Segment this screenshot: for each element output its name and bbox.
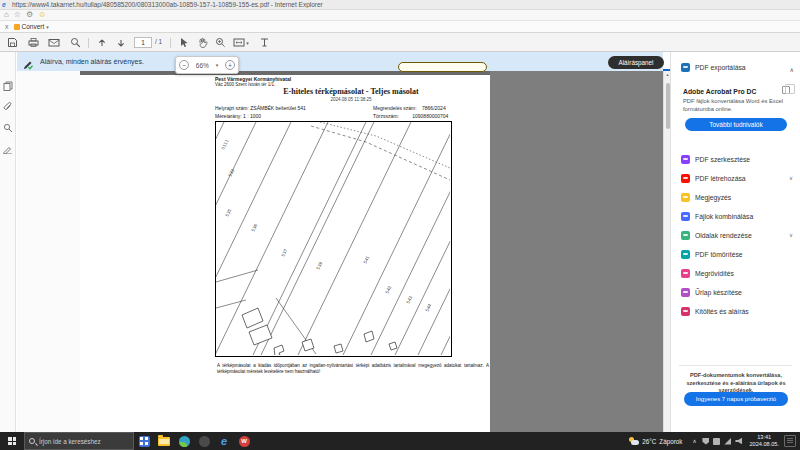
parcel-label: 541: [362, 255, 370, 265]
taskbar-weather[interactable]: 26°C Záporok: [629, 437, 682, 445]
network-icon[interactable]: [724, 438, 731, 445]
field-order-value: 7866/2024: [422, 105, 446, 111]
parcel-label: 536: [250, 223, 258, 233]
taskbar-app-red[interactable]: W: [234, 432, 254, 450]
acrobat-toolbar: 1 / 1 ▾ Megosztás ? Bejelentkezés: [0, 33, 800, 52]
weather-desc: Záporok: [659, 438, 682, 445]
field-parcel-value: ZSÁMBÉK belterület 541: [250, 105, 306, 111]
tool-organize-pages[interactable]: Oldalak rendezése ∨: [681, 228, 795, 242]
security-shield-icon[interactable]: [702, 438, 709, 445]
chevron-down-icon[interactable]: ∨: [789, 232, 793, 238]
zoom-level-value[interactable]: 66%: [196, 62, 209, 69]
windows-logo-icon: [8, 437, 16, 445]
tool-fill-sign[interactable]: Kitöltés és aláírás: [681, 304, 795, 318]
save-icon[interactable]: [4, 36, 20, 49]
signatures-pen-icon[interactable]: [2, 143, 14, 155]
browser-toolbar: ⌂ ☆ ⚙ ☺: [0, 10, 800, 21]
tools-panel: PDF exportálása ∧ Adobe Acrobat Pro DC P…: [670, 52, 800, 432]
email-icon[interactable]: [46, 36, 62, 49]
scrollbar-thumb[interactable]: [666, 83, 670, 129]
tool-combine-files[interactable]: Fájlok kombinálása: [681, 209, 795, 223]
tool-comment[interactable]: Megjegyzés: [681, 190, 795, 204]
edit-pdf-icon: [681, 155, 690, 164]
fit-width-tool-icon[interactable]: ▾: [230, 36, 252, 49]
page-thumbnails-icon[interactable]: [2, 80, 14, 92]
chevron-up-icon[interactable]: ∧: [790, 66, 794, 73]
attachments-paperclip-icon[interactable]: [2, 101, 14, 113]
start-button[interactable]: [0, 432, 24, 450]
chevron-down-icon: ▾: [246, 40, 249, 46]
validation-stamp: [398, 62, 487, 72]
tool-edit-pdf[interactable]: PDF szerkesztése: [681, 152, 795, 166]
favorites-star-icon[interactable]: ☆: [14, 10, 21, 20]
smiley-icon[interactable]: ☺: [38, 10, 46, 20]
tray-expand-chevron-icon[interactable]: ∧: [692, 438, 696, 444]
promo-heading: Adobe Acrobat Pro DC: [683, 88, 756, 95]
tool-prepare-form[interactable]: Űrlap készítése: [681, 285, 795, 299]
clock-date: 2024.08.05.: [749, 441, 779, 448]
taskbar-search[interactable]: Írjon ide a kereséshez: [24, 432, 134, 450]
parcel-label: 542: [384, 285, 392, 295]
volume-icon[interactable]: [735, 438, 742, 445]
addon-close-button[interactable]: x: [5, 23, 9, 30]
onedrive-icon[interactable]: [713, 438, 720, 445]
document-title: E-hiteles térképmásolat - Teljes másolat: [213, 87, 489, 96]
parcel-label: 539: [315, 261, 323, 271]
document-footer-note: A térképmásolat a kiadás időpontjában az…: [217, 363, 489, 375]
notification-center-icon[interactable]: [784, 435, 796, 447]
weather-temp: 26°C: [642, 438, 656, 445]
taskbar-clock[interactable]: 13:41 2024.08.05.: [749, 434, 779, 448]
field-scale-label: Méretarány:: [215, 113, 242, 119]
cadastral-map-svg: 0111 533 535 536 537 539 541 542 543 544: [216, 122, 450, 355]
tool-compress-pdf[interactable]: PDF tömörítése: [681, 247, 795, 261]
taskbar-app-dark[interactable]: [194, 432, 214, 450]
zoom-in-button[interactable]: +: [225, 60, 235, 70]
calculator-icon: [139, 436, 150, 447]
reading-mode-icon[interactable]: [256, 36, 272, 49]
clock-time: 13:41: [749, 434, 779, 441]
file-explorer-icon: [158, 437, 170, 446]
copy-pages-icon: [782, 86, 790, 94]
home-icon[interactable]: ⌂: [4, 10, 9, 20]
page-number-input[interactable]: 1: [134, 37, 152, 48]
promo-text: PDF fájlok konvertálása Word és Excel fo…: [683, 98, 787, 114]
previous-page-icon[interactable]: [94, 36, 110, 49]
parcel-label: 0111: [220, 138, 229, 150]
tool-shorten[interactable]: Megrövidítés: [681, 266, 795, 280]
next-page-icon[interactable]: [113, 36, 129, 49]
hand-tool-icon[interactable]: [194, 36, 210, 49]
toolbar-separator: [88, 38, 89, 48]
page-total-label: / 1: [155, 38, 162, 45]
browser-addon-bar: x Convert ▾: [0, 21, 800, 33]
taskbar: Írjon ide a kereséshez e W 26°C Záporok …: [0, 432, 800, 450]
search-icon[interactable]: [67, 36, 83, 49]
print-icon[interactable]: [25, 36, 41, 49]
export-pdf-icon: [681, 63, 690, 72]
document-viewer[interactable]: Pest Vármegyei Kormányhivatal Vác 2600 S…: [17, 71, 663, 432]
taskbar-app-edge[interactable]: [174, 432, 194, 450]
convert-icon: [14, 24, 20, 30]
zoom-out-button[interactable]: −: [179, 60, 189, 70]
taskbar-app-internet-explorer[interactable]: e: [214, 432, 234, 450]
taskbar-app-file-explorer[interactable]: [154, 432, 174, 450]
chevron-down-icon[interactable]: ▾: [216, 62, 219, 68]
zoom-in-tool-icon[interactable]: [212, 36, 228, 49]
left-nav-rail: [0, 52, 16, 432]
system-tray: 26°C Záporok ∧ 13:41 2024.08.05.: [629, 432, 800, 450]
select-tool-icon[interactable]: [176, 36, 192, 49]
weather-showers-icon: [629, 437, 639, 445]
convert-menu[interactable]: Convert ▾: [14, 23, 49, 30]
tool-export-pdf[interactable]: PDF exportálása: [681, 60, 795, 74]
red-app-icon: W: [239, 436, 250, 447]
field-scale-value: 1 : 1000: [243, 113, 261, 119]
tool-create-pdf[interactable]: PDF létrehozása ∨: [681, 171, 795, 185]
settings-gear-icon[interactable]: ⚙: [26, 10, 33, 20]
chevron-down-icon[interactable]: ∨: [789, 175, 793, 181]
find-icon[interactable]: [2, 122, 14, 134]
comment-icon: [681, 193, 690, 202]
taskbar-app-calculator[interactable]: [134, 432, 154, 450]
signature-panel-button[interactable]: Aláíráspanel: [608, 56, 664, 69]
learn-more-button[interactable]: További tudnivalók: [685, 118, 787, 131]
free-trial-button[interactable]: Ingyenes 7 napos próbaverzió: [684, 392, 788, 406]
vertical-scrollbar[interactable]: ▲: [663, 71, 670, 432]
